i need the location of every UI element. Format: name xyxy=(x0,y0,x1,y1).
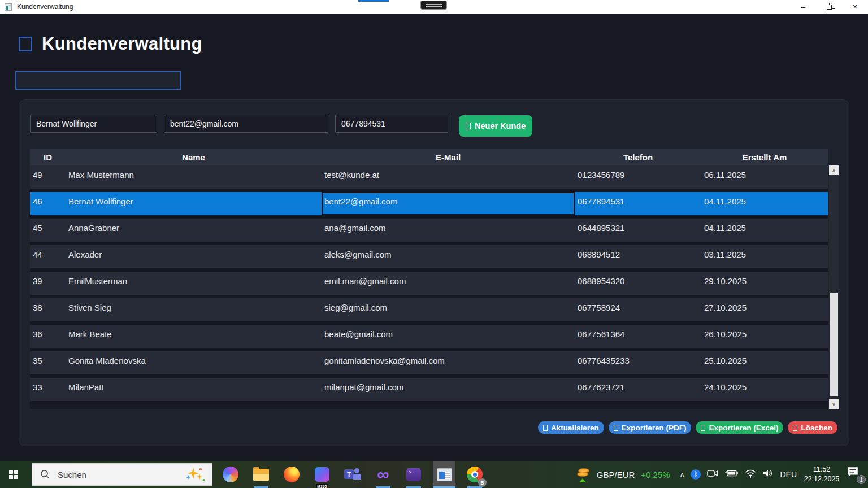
cell-created[interactable]: 29.10.2025 xyxy=(701,272,828,295)
cell-id[interactable]: 46 xyxy=(30,192,66,215)
cell-name[interactable]: Bernat Wollfinger xyxy=(66,192,322,215)
cell-id[interactable]: 39 xyxy=(30,272,66,295)
cell-name[interactable]: Gonita Mladenovska xyxy=(66,351,322,374)
column-header-created[interactable]: Erstellt Am xyxy=(701,152,828,162)
hidden-icons-chevron[interactable]: ∧ xyxy=(680,470,685,478)
taskbar-item-m365-copilot[interactable]: M365 xyxy=(311,461,333,488)
clock-time: 11:52 xyxy=(813,465,830,473)
cell-id[interactable]: 36 xyxy=(30,325,66,348)
scrollbar-thumb[interactable] xyxy=(830,293,838,396)
clock[interactable]: 11:52 22.12.2025 xyxy=(803,465,840,484)
table-row[interactable]: 45 AnnaGrabner ana@gmail.com 0644895321 … xyxy=(30,219,828,245)
export-excel-button[interactable]: Exportieren (Excel) xyxy=(696,421,783,434)
column-header-email[interactable]: E-Mail xyxy=(322,152,575,162)
keyboard-language[interactable]: DEU xyxy=(780,470,797,479)
cell-email[interactable]: emil.man@gmail.com xyxy=(322,272,575,295)
cell-name[interactable]: MilanPatt xyxy=(66,378,322,401)
cell-created[interactable]: 24.10.2025 xyxy=(701,378,828,401)
cell-name[interactable]: AnnaGrabner xyxy=(66,219,322,242)
cell-email[interactable]: aleks@gmail.com xyxy=(322,245,575,268)
taskbar-item-file-explorer[interactable] xyxy=(250,461,272,488)
cell-phone[interactable]: 068894512 xyxy=(575,245,701,268)
customer-name-field[interactable] xyxy=(30,115,157,133)
snap-grabber-handle[interactable] xyxy=(420,1,447,10)
taskbar-item-kundenverwaltung[interactable] xyxy=(433,461,455,488)
cell-phone[interactable]: 0677561364 xyxy=(575,325,701,348)
currency-change[interactable]: +0,25% xyxy=(641,470,670,480)
delete-button[interactable]: Löschen xyxy=(788,421,837,434)
cell-phone[interactable]: 06776435233 xyxy=(575,351,701,374)
column-header-name[interactable]: Name xyxy=(66,152,322,162)
cell-email[interactable]: sieg@gmail.com xyxy=(322,298,575,321)
cell-phone[interactable]: 0677894531 xyxy=(575,192,701,215)
cell-email[interactable]: test@kunde.at xyxy=(322,165,575,189)
cell-name[interactable]: Max Mustermann xyxy=(66,165,322,189)
cell-name[interactable]: Alexader xyxy=(66,245,322,268)
cell-email[interactable]: gonitamladenovska@gmail.com xyxy=(322,351,575,374)
cell-created[interactable]: 25.10.2025 xyxy=(701,351,828,374)
refresh-button[interactable]: Aktualisieren xyxy=(538,421,604,434)
new-customer-button[interactable]: Neuer Kunde xyxy=(459,115,532,137)
cell-created[interactable]: 04.11.2025 xyxy=(701,192,828,215)
cell-phone[interactable]: 0123456789 xyxy=(575,165,701,189)
cell-created[interactable]: 26.10.2025 xyxy=(701,325,828,348)
cell-id[interactable]: 45 xyxy=(30,219,66,242)
cell-id[interactable]: 35 xyxy=(30,351,66,374)
customer-email-field[interactable] xyxy=(164,115,328,133)
customer-phone-field[interactable] xyxy=(335,115,448,133)
close-button[interactable]: × xyxy=(842,0,868,14)
scroll-up-icon[interactable]: ∧ xyxy=(829,165,839,175)
search-input[interactable] xyxy=(15,71,181,90)
cell-phone[interactable]: 0644895321 xyxy=(575,219,701,242)
table-row[interactable]: 44 Alexader aleks@gmail.com 068894512 03… xyxy=(30,245,828,272)
cell-email[interactable]: bent22@gmail.com xyxy=(322,192,575,215)
cell-id[interactable]: 44 xyxy=(30,245,66,268)
battery-charging-icon[interactable] xyxy=(724,469,739,480)
table-row[interactable]: 39 EmilMusterman emil.man@gmail.com 0688… xyxy=(30,272,828,298)
export-pdf-button[interactable]: Exportieren (PDF) xyxy=(609,421,692,434)
taskbar-item-firefox[interactable] xyxy=(280,461,303,488)
speaker-icon[interactable] xyxy=(762,469,774,480)
taskbar-item-chrome[interactable]: B xyxy=(463,461,486,488)
cell-created[interactable]: 06.11.2025 xyxy=(701,165,828,189)
meet-now-camera-icon[interactable] xyxy=(707,469,718,480)
cell-created[interactable]: 03.11.2025 xyxy=(701,245,828,268)
column-header-id[interactable]: ID xyxy=(30,152,66,162)
cell-id[interactable]: 38 xyxy=(30,298,66,321)
table-row[interactable]: 36 Mark Beate beate@gmail.com 0677561364… xyxy=(30,325,828,351)
start-button[interactable] xyxy=(0,461,27,488)
cell-phone[interactable]: 0688954320 xyxy=(575,272,701,295)
column-header-phone[interactable]: Telefon xyxy=(575,152,701,162)
cell-email[interactable]: ana@gmail.com xyxy=(322,219,575,242)
cell-phone[interactable]: 067758924 xyxy=(575,298,701,321)
cell-name[interactable]: EmilMusterman xyxy=(66,272,322,295)
taskbar-item-visual-studio[interactable]: ∞ xyxy=(372,461,394,488)
scroll-down-icon[interactable]: ∨ xyxy=(829,399,839,409)
table-row[interactable]: 49 Max Mustermann test@kunde.at 01234567… xyxy=(30,165,828,192)
notification-center[interactable]: 1 xyxy=(847,466,863,483)
currency-pair[interactable]: GBP/EUR xyxy=(597,470,635,480)
table-row[interactable]: 38 Stiven Sieg sieg@gmail.com 067758924 … xyxy=(30,298,828,325)
table-scrollbar[interactable]: ∧ ∨ xyxy=(829,165,839,409)
table-row[interactable]: 35 Gonita Mladenovska gonitamladenovska@… xyxy=(30,351,828,378)
bluetooth-icon[interactable]: ᛒ xyxy=(691,469,701,480)
cell-email[interactable]: beate@gmail.com xyxy=(322,325,575,348)
cell-name[interactable]: Mark Beate xyxy=(66,325,322,348)
cell-created[interactable]: 27.10.2025 xyxy=(701,298,828,321)
cell-name[interactable]: Stiven Sieg xyxy=(66,298,322,321)
currency-widget-icon[interactable] xyxy=(576,467,591,482)
taskbar-search-box[interactable]: Suchen xyxy=(32,463,212,486)
taskbar-item-copilot[interactable] xyxy=(219,461,242,488)
restore-button[interactable] xyxy=(816,0,842,14)
cell-id[interactable]: 33 xyxy=(30,378,66,401)
table-row[interactable]: 46 Bernat Wollfinger bent22@gmail.com 06… xyxy=(30,192,828,219)
cell-email[interactable]: milanpat@gmail.com xyxy=(322,378,575,401)
cell-id[interactable]: 49 xyxy=(30,165,66,189)
table-row[interactable]: 33 MilanPatt milanpat@gmail.com 06776237… xyxy=(30,378,828,404)
cell-phone[interactable]: 0677623721 xyxy=(575,378,701,401)
minimize-button[interactable]: – xyxy=(790,0,816,14)
cell-created[interactable]: 04.11.2025 xyxy=(701,219,828,242)
taskbar-item-terminal[interactable]: >_ xyxy=(402,461,425,488)
wifi-icon[interactable] xyxy=(745,469,756,480)
taskbar-item-teams[interactable]: T xyxy=(341,461,364,488)
